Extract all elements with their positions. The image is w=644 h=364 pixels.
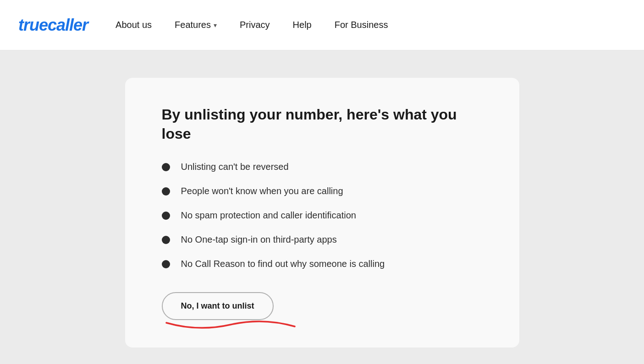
unlist-button-container: No, I want to unlist	[162, 292, 274, 320]
bullet-dot-icon	[162, 260, 170, 268]
bullet-dot-icon	[162, 187, 170, 196]
card-title: By unlisting your number, here's what yo…	[162, 105, 483, 143]
bullet-item-2: No spam protection and caller identifica…	[162, 210, 483, 221]
nav-link-help[interactable]: Help	[293, 20, 312, 30]
chevron-down-icon: ▾	[214, 22, 217, 29]
bullet-item-4: No Call Reason to find out why someone i…	[162, 259, 483, 269]
main-content: By unlisting your number, here's what yo…	[0, 50, 644, 364]
bullet-item-1: People won't know when you are calling	[162, 186, 483, 196]
nav-item-help[interactable]: Help	[293, 20, 312, 30]
logo[interactable]: truecaller	[18, 16, 88, 35]
bullet-dot-icon	[162, 163, 170, 171]
bullet-dot-icon	[162, 212, 170, 220]
nav-link-features[interactable]: Features ▾	[175, 20, 217, 30]
bullet-item-3: No One-tap sign-in on third-party apps	[162, 234, 483, 245]
bullet-text-1: People won't know when you are calling	[181, 186, 343, 196]
unlist-button[interactable]: No, I want to unlist	[162, 292, 274, 320]
nav-item-features[interactable]: Features ▾	[175, 20, 217, 30]
nav-link-for-business[interactable]: For Business	[335, 20, 388, 30]
bullet-dot-icon	[162, 236, 170, 244]
bullet-text-2: No spam protection and caller identifica…	[181, 210, 356, 221]
bullet-text-0: Unlisting can't be reversed	[181, 162, 289, 172]
bullet-text-4: No Call Reason to find out why someone i…	[181, 259, 385, 269]
nav-link-privacy[interactable]: Privacy	[240, 20, 270, 30]
bullet-list: Unlisting can't be reversed People won't…	[162, 162, 483, 269]
nav-item-about-us[interactable]: About us	[116, 20, 152, 30]
nav-item-privacy[interactable]: Privacy	[240, 20, 270, 30]
nav-item-for-business[interactable]: For Business	[335, 20, 388, 30]
navbar: truecaller About us Features ▾ Privacy H…	[0, 0, 644, 50]
nav-link-about-us[interactable]: About us	[116, 20, 152, 30]
bullet-text-3: No One-tap sign-in on third-party apps	[181, 234, 337, 245]
bullet-item-0: Unlisting can't be reversed	[162, 162, 483, 172]
info-card: By unlisting your number, here's what yo…	[125, 78, 519, 348]
nav-links: About us Features ▾ Privacy Help For Bus…	[116, 20, 388, 30]
annotation-squiggle	[166, 319, 295, 333]
